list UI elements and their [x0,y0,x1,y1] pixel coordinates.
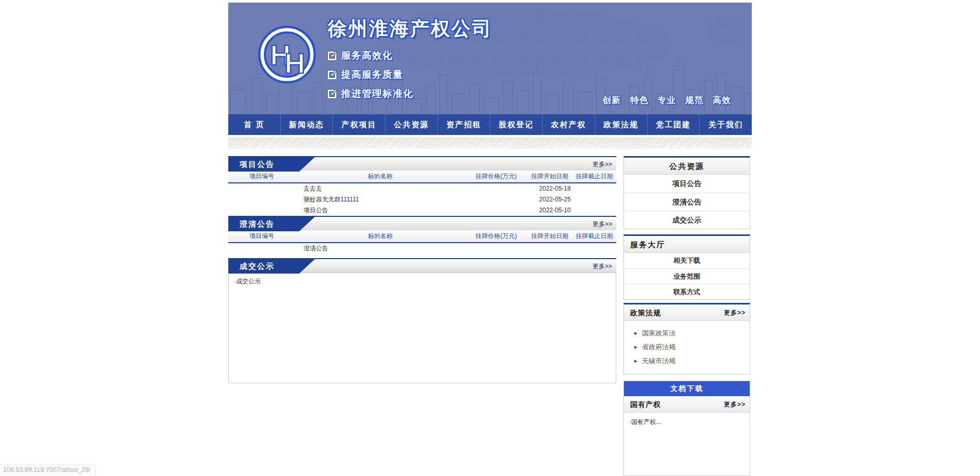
table-header-clarify: 项目编号 标的名称 挂牌价格(万元) 挂牌开始日期 挂牌截止日期 [228,230,616,243]
svg-text:H: H [284,47,305,79]
checkbox-icon: ✓ [328,90,336,98]
sidebar-item-clarification-announcements[interactable]: 澄清公告 [624,193,750,211]
browser-status-url: 106.53.89.119:7007/about_29/ [0,465,96,475]
nav-item-policies[interactable]: 政策法规 [595,114,647,135]
col-end-date: 挂牌截止日期 [572,232,616,241]
row-start-date: 2022-05-10 [532,205,578,216]
tagline-word: 规范 [685,95,704,105]
state-owned-list: ·国有产权... [624,413,750,475]
sidebar-title-policies: 政策法规 [630,309,661,317]
row-subject-link[interactable]: 驱蚊器无无群111111 [303,196,359,203]
checkbox-icon: ✓ [328,71,336,79]
col-subject-name: 标的名称 [295,172,465,181]
slogan-label: 服务高效化 [341,49,393,62]
sidebar-item-business-scope[interactable]: 业务范围 [624,268,750,284]
nav-item-public-resources[interactable]: 公共资源 [385,114,437,135]
policy-item-national[interactable]: ►国家政策法 [624,326,750,340]
nav-item-party-building[interactable]: 党工团建 [647,114,700,135]
world-map-dots-decoration [707,15,744,46]
col-listing-price: 挂牌价格(万元) [465,232,527,241]
section-title-deal: 成交公示 [228,259,315,274]
site-title: 徐州淮海产权公司 [328,16,493,42]
row-subject-link[interactable]: 澄清公告 [303,245,328,252]
slogan-list: ✓ 服务高效化 ✓ 提高服务质量 ✓ 推进管理标准化 [328,49,493,100]
section-title-project: 项目公告 [228,157,315,172]
site-banner: H H 徐州淮海产权公司 ✓ 服务高效化 ✓ 提高服务质量 ✓ 推进管理标准化 [228,3,752,114]
sidebar-item-deal-publicity[interactable]: 成交公示 [624,211,750,229]
slogan-label: 提高服务质量 [341,68,403,81]
section-project-announcements: 项目公告 更多>> 项目编号 标的名称 挂牌价格(万元) 挂牌开始日期 挂牌截止… [228,156,616,216]
arrow-right-icon: ► [633,344,638,350]
tagline-word: 专业 [657,95,676,105]
col-listing-price: 挂牌价格(万元) [465,172,527,181]
slogan-row: ✓ 提高服务质量 [328,68,493,81]
more-link-project[interactable]: 更多>> [593,157,612,172]
company-logo-icon[interactable]: H H [257,24,317,85]
col-start-date: 挂牌开始日期 [527,232,572,241]
document-download-banner[interactable]: 文档下载 [624,381,750,396]
section-deal-publicity: 成交公示 更多>> ·成交公示 [228,258,616,383]
row-subject-link[interactable]: 去去去 [303,185,322,192]
nav-item-home[interactable]: 首 页 [228,114,280,135]
banner-tagline: 创新 特色 专业 规范 高效 [596,94,731,106]
checkbox-icon: ✓ [328,52,336,60]
table-row: 项目公告 2022-05-10 [228,205,616,216]
table-header-project: 项目编号 标的名称 挂牌价格(万元) 挂牌开始日期 挂牌截止日期 [228,171,616,183]
slogan-row: ✓ 服务高效化 [328,49,493,62]
sidebar-item-contact-info[interactable]: 联系方式 [624,284,750,299]
row-start-date: 2022-05-18 [532,183,578,194]
tagline-word: 创新 [602,95,621,105]
tagline-word: 特色 [630,95,649,105]
policy-item-provincial[interactable]: ►省政府法规 [624,340,750,354]
table-row: 澄清公告 [228,243,616,254]
nav-item-news[interactable]: 新闻动态 [280,114,333,135]
more-link-deal[interactable]: 更多>> [593,259,612,274]
page-container: H H 徐州淮海产权公司 ✓ 服务高效化 ✓ 提高服务质量 ✓ 推进管理标准化 [228,3,752,476]
deal-item-link[interactable]: ·成交公示 [234,278,261,285]
sidebar-item-related-downloads[interactable]: 相关下载 [624,253,750,268]
slogan-row: ✓ 推进管理标准化 [328,87,493,100]
nav-item-property-projects[interactable]: 产权项目 [332,114,385,135]
arrow-right-icon: ► [633,330,638,336]
col-project-id: 项目编号 [228,172,295,181]
slogan-label: 推进管理标准化 [341,87,413,100]
policy-item-city[interactable]: ►无锡市法规 [624,354,750,368]
sidebar-box-policies: 政策法规 更多>> ►国家政策法 ►省政府法规 ►无锡市法规 [623,303,750,375]
sidebar-item-project-announcements[interactable]: 项目公告 [624,175,750,193]
row-start-date: 2022-05-25 [532,194,578,205]
sidebar-title-public-resources: 公共资源 [624,158,750,175]
more-link-state-owned[interactable]: 更多>> [724,396,746,413]
sidebar-title-service-hall: 服务大厅 [624,236,750,253]
state-owned-item-link[interactable]: ·国有产权... [629,418,661,426]
tagline-word: 高效 [713,95,731,105]
sidebar-box-service-hall: 服务大厅 相关下载 业务范围 联系方式 [623,234,750,300]
nav-shadow-strip [228,138,752,149]
col-project-id: 项目编号 [228,232,295,241]
col-subject-name: 标的名称 [295,232,465,241]
nav-item-equity-registration[interactable]: 股权登记 [490,114,543,135]
table-row: 驱蚊器无无群111111 2022-05-25 [228,194,616,205]
more-link-policies[interactable]: 更多>> [724,304,746,321]
row-subject-link[interactable]: 项目公告 [303,207,328,214]
deal-publicity-list: ·成交公示 [228,273,616,383]
section-clarification-announcements: 澄清公告 更多>> 项目编号 标的名称 挂牌价格(万元) 挂牌开始日期 挂牌截止… [228,216,616,254]
sidebar-box-downloads: 文档下载 国有产权 更多>> ·国有产权... [623,381,750,476]
nav-item-rural-property[interactable]: 农村产权 [542,114,595,135]
section-title-clarify: 澄清公告 [228,217,315,231]
col-end-date: 挂牌截止日期 [572,172,616,181]
sidebar-title-state-owned: 国有产权 [630,400,661,409]
col-start-date: 挂牌开始日期 [527,172,572,181]
table-row: 去去去 2022-05-18 [228,183,616,194]
sidebar: 公共资源 项目公告 澄清公告 成交公示 服务大厅 相关下载 业务范围 联系方式 … [623,156,750,476]
nav-item-asset-leasing[interactable]: 资产招租 [437,114,490,135]
more-link-clarify[interactable]: 更多>> [593,217,612,231]
main-nav: 首 页 新闻动态 产权项目 公共资源 资产招租 股权登记 农村产权 政策法规 党… [228,114,752,135]
arrow-right-icon: ► [633,358,638,364]
nav-item-about-us[interactable]: 关于我们 [699,114,752,135]
main-column: 项目公告 更多>> 项目编号 标的名称 挂牌价格(万元) 挂牌开始日期 挂牌截止… [228,156,616,476]
sidebar-box-public-resources: 公共资源 项目公告 澄清公告 成交公示 [623,156,750,229]
